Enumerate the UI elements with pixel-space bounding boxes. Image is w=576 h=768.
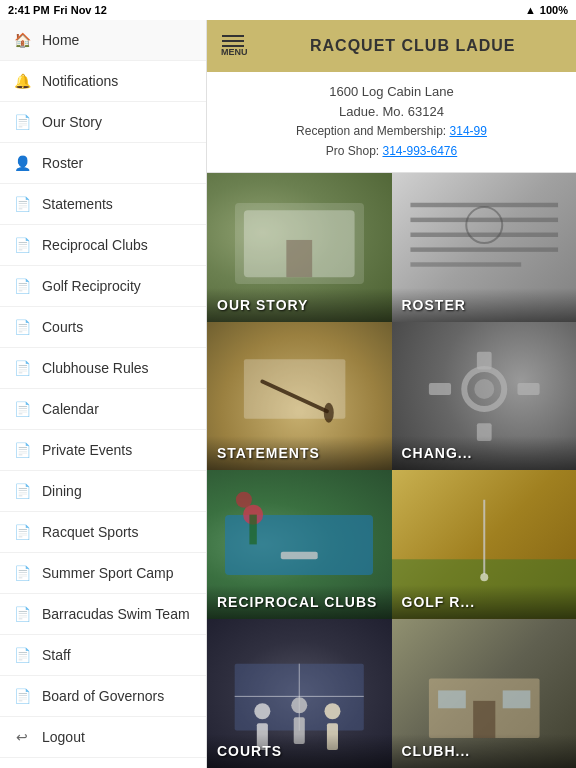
clubhouse-overlay: CLUBH... (392, 734, 577, 768)
reception-phone: Reception and Membership: 314-99 (221, 121, 562, 141)
svg-point-31 (291, 697, 307, 713)
sidebar-label-roster: Roster (42, 155, 83, 171)
sidebar-label-barracudas: Barracudas Swim Team (42, 606, 190, 622)
grid-item-courts[interactable]: COURTS (207, 619, 392, 768)
status-bar: 2:41 PM Fri Nov 12 ▲ 100% (0, 0, 576, 20)
date: Fri Nov 12 (54, 4, 107, 16)
grid-item-clubhouse[interactable]: CLUBH... (392, 619, 577, 768)
svg-point-11 (324, 402, 334, 422)
doc-icon-8: 📄 (12, 440, 32, 460)
club-title: RACQUET CLUB LADUE (264, 37, 563, 55)
address-line1: 1600 Log Cabin Lane (329, 84, 453, 99)
reciprocal-overlay: RECIPROCAL CLUBS (207, 585, 392, 619)
grid-item-reciprocal[interactable]: RECIPROCAL CLUBS (207, 470, 392, 619)
svg-rect-6 (410, 247, 558, 251)
courts-label: COURTS (217, 743, 282, 759)
svg-rect-39 (502, 691, 530, 709)
svg-point-33 (324, 703, 340, 719)
proshop-phone: Pro Shop: 314-993-6476 (221, 141, 562, 161)
sidebar-item-staff[interactable]: 📄 Staff (0, 635, 206, 676)
svg-rect-17 (517, 383, 539, 395)
sidebar-item-clubhouse-rules[interactable]: 📄 Clubhouse Rules (0, 348, 206, 389)
menu-button[interactable]: MENU (221, 35, 256, 57)
proshop-label: Pro Shop: (326, 144, 379, 158)
change-overlay: CHANG... (392, 436, 577, 470)
svg-rect-16 (428, 383, 450, 395)
sidebar-label-racquet-sports: Racquet Sports (42, 524, 139, 540)
svg-rect-4 (410, 217, 558, 221)
svg-point-29 (254, 703, 270, 719)
sidebar-label-staff: Staff (42, 647, 71, 663)
reception-label: Reception and Membership: (296, 124, 446, 138)
grid-item-change[interactable]: CHANG... (392, 322, 577, 471)
doc-icon-1: 📄 (12, 112, 32, 132)
app-container: 🏠 Home 🔔 Notifications 📄 Our Story 👤 Ros… (0, 20, 576, 768)
sidebar-item-reciprocal-clubs[interactable]: 📄 Reciprocal Clubs (0, 225, 206, 266)
golf-overlay: GOLF R... (392, 585, 577, 619)
doc-icon-12: 📄 (12, 604, 32, 624)
reciprocal-label: RECIPROCAL CLUBS (217, 594, 377, 610)
grid-item-statements[interactable]: STATEMENTS (207, 322, 392, 471)
sidebar-label-our-story: Our Story (42, 114, 102, 130)
sidebar-label-clubhouse-rules: Clubhouse Rules (42, 360, 149, 376)
svg-point-8 (466, 207, 502, 243)
sidebar-item-roster[interactable]: 👤 Roster (0, 143, 206, 184)
grid-item-roster[interactable]: ROSTER (392, 173, 577, 322)
sidebar-item-barracudas[interactable]: 📄 Barracudas Swim Team (0, 594, 206, 635)
address-line2: Ladue. Mo. 63124 (339, 104, 444, 119)
doc-icon-10: 📄 (12, 522, 32, 542)
grid-item-golf[interactable]: GOLF R... (392, 470, 577, 619)
sidebar-label-notifications: Notifications (42, 73, 118, 89)
doc-icon-7: 📄 (12, 399, 32, 419)
sidebar-label-dining: Dining (42, 483, 82, 499)
sidebar-item-our-story[interactable]: 📄 Our Story (0, 102, 206, 143)
wifi-icon: ▲ (525, 4, 536, 16)
statements-overlay: STATEMENTS (207, 436, 392, 470)
sidebar-item-dining[interactable]: 📄 Dining (0, 471, 206, 512)
battery: 100% (540, 4, 568, 16)
sidebar-item-home[interactable]: 🏠 Home (0, 20, 206, 61)
sidebar-item-racquet-sports[interactable]: 📄 Racquet Sports (0, 512, 206, 553)
sidebar-item-summer-sport-camp[interactable]: 📄 Summer Sport Camp (0, 553, 206, 594)
doc-icon-9: 📄 (12, 481, 32, 501)
sidebar-label-summer-sport-camp: Summer Sport Camp (42, 565, 173, 581)
reception-phone-number[interactable]: 314-99 (450, 124, 487, 138)
home-icon: 🏠 (12, 30, 32, 50)
golf-label: GOLF R... (402, 594, 476, 610)
sidebar-item-notifications[interactable]: 🔔 Notifications (0, 61, 206, 102)
sidebar-label-logout: Logout (42, 729, 85, 745)
sidebar-item-board-of-governors[interactable]: 📄 Board of Governors (0, 676, 206, 717)
sidebar-item-calendar[interactable]: 📄 Calendar (0, 389, 206, 430)
club-info: 1600 Log Cabin Lane Ladue. Mo. 63124 Rec… (207, 72, 576, 173)
svg-rect-7 (410, 262, 521, 266)
status-bar-left: 2:41 PM Fri Nov 12 (8, 4, 107, 16)
bell-icon: 🔔 (12, 71, 32, 91)
logout-icon: ↩ (12, 727, 32, 747)
proshop-phone-number[interactable]: 314-993-6476 (382, 144, 457, 158)
sidebar: 🏠 Home 🔔 Notifications 📄 Our Story 👤 Ros… (0, 20, 207, 768)
roster-overlay: ROSTER (392, 288, 577, 322)
doc-icon-2: 📄 (12, 194, 32, 214)
sidebar-item-courts[interactable]: 📄 Courts (0, 307, 206, 348)
sidebar-item-logout[interactable]: ↩ Logout (0, 717, 206, 758)
main-header: MENU RACQUET CLUB LADUE (207, 20, 576, 72)
main-grid: OUR STORY ROSTER (207, 173, 576, 768)
sidebar-label-reciprocal-clubs: Reciprocal Clubs (42, 237, 148, 253)
svg-rect-5 (410, 232, 558, 236)
sidebar-item-private-events[interactable]: 📄 Private Events (0, 430, 206, 471)
sidebar-label-courts: Courts (42, 319, 83, 335)
doc-icon-4: 📄 (12, 276, 32, 296)
sidebar-label-private-events: Private Events (42, 442, 132, 458)
sidebar-item-statements[interactable]: 📄 Statements (0, 184, 206, 225)
svg-rect-38 (438, 691, 466, 709)
statements-label: STATEMENTS (217, 445, 320, 461)
grid-item-our-story[interactable]: OUR STORY (207, 173, 392, 322)
main-content: MENU RACQUET CLUB LADUE 1600 Log Cabin L… (207, 20, 576, 768)
svg-rect-20 (249, 515, 256, 545)
doc-icon-11: 📄 (12, 563, 32, 583)
svg-rect-21 (281, 552, 318, 559)
sidebar-item-golf-reciprocity[interactable]: 📄 Golf Reciprocity (0, 266, 206, 307)
doc-icon-6: 📄 (12, 358, 32, 378)
doc-icon-5: 📄 (12, 317, 32, 337)
our-story-overlay: OUR STORY (207, 288, 392, 322)
